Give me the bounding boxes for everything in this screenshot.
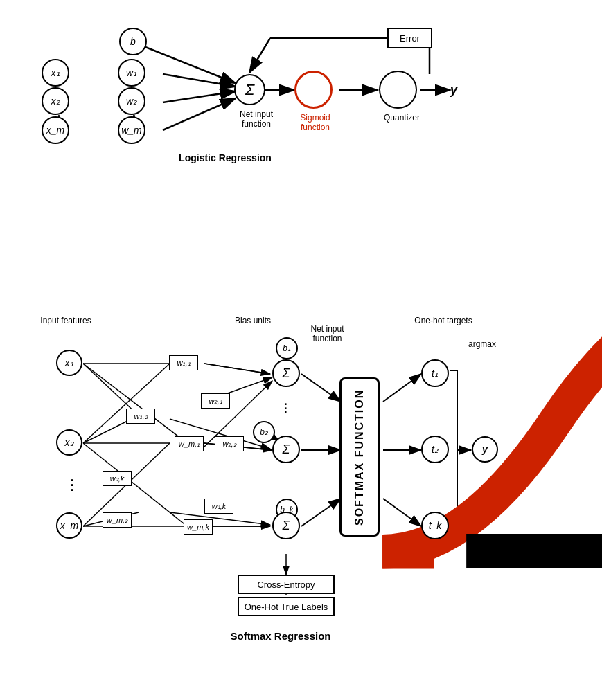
weight-w22: w₂,₂ — [215, 436, 244, 451]
node-x1: x₁ — [42, 59, 69, 87]
weight-w11: w₁,₁ — [169, 355, 198, 370]
dots-sigma: ⋮ — [280, 402, 291, 415]
node-b2: b₂ — [253, 421, 275, 443]
node-t1: t₁ — [421, 359, 449, 387]
node-b1: b₁ — [276, 337, 298, 359]
node-sigma2: Σ — [272, 436, 300, 463]
weight-wmk: w_m,k — [184, 519, 213, 535]
label-net-input: Net inputfunction — [229, 109, 284, 129]
cross-entropy-box: Cross-Entropy — [238, 575, 335, 594]
node-quantizer — [379, 71, 417, 109]
node-y-bottom: y — [472, 436, 498, 463]
svg-line-5 — [163, 98, 236, 130]
weight-w2k: w₂,k — [103, 471, 132, 486]
node-x2-bottom: x₂ — [56, 429, 82, 456]
softmax-box: SOFTMAX FUNCTION — [339, 377, 380, 537]
svg-line-4 — [163, 91, 236, 102]
node-x2: x₂ — [42, 87, 69, 115]
y-output-top: y — [450, 83, 457, 98]
node-sigma1: Σ — [272, 359, 300, 387]
label-sigmoid: Sigmoidfunction — [287, 113, 343, 132]
label-one-hot-targets: One-hot targets — [412, 316, 475, 325]
label-softmax-regression: Softmax Regression — [159, 630, 402, 642]
label-argmax: argmax — [461, 339, 503, 349]
node-sigma-top: Σ — [234, 74, 265, 105]
weight-wm1: w_m,₁ — [175, 436, 204, 451]
node-sigmoid — [294, 71, 333, 109]
label-net-input-bottom: Net inputfunction — [301, 324, 353, 343]
weight-w12: w₁,₂ — [126, 409, 155, 424]
error-box: Error — [387, 28, 432, 48]
one-hot-labels-box: One-Hot True Labels — [238, 597, 335, 616]
node-t2: t₂ — [421, 436, 449, 463]
weight-wm2: w_m,₂ — [103, 512, 132, 528]
node-sigma3: Σ — [272, 512, 300, 539]
svg-line-16 — [83, 364, 187, 443]
node-tk: t_k — [421, 512, 449, 539]
label-input-features: Input features — [35, 316, 97, 325]
node-x1-bottom: x₁ — [56, 350, 82, 376]
diagram-container: b x₁ w₁ x₂ w₂ ⋮ ⋮ x_m w_m Σ — [0, 0, 602, 700]
svg-line-15 — [83, 364, 139, 415]
dots-bottom-x: ⋮ — [65, 476, 79, 493]
weight-w1k: w₁,k — [204, 499, 233, 514]
node-w1: w₁ — [118, 59, 145, 87]
node-xm-bottom: x_m — [56, 512, 82, 539]
node-w2: w₂ — [118, 87, 145, 115]
svg-line-3 — [163, 74, 236, 87]
svg-line-10 — [249, 38, 270, 73]
label-quantizer: Quantizer — [374, 113, 430, 123]
label-bias-units: Bias units — [222, 316, 284, 325]
node-xm: x_m — [42, 116, 69, 144]
node-wm: w_m — [118, 116, 145, 144]
svg-line-26 — [204, 364, 270, 374]
label-logistic-regression: Logistic Regression — [139, 152, 312, 163]
node-b: b — [119, 28, 147, 55]
svg-line-2 — [135, 43, 236, 83]
weight-w21: w₂,₁ — [201, 393, 230, 409]
